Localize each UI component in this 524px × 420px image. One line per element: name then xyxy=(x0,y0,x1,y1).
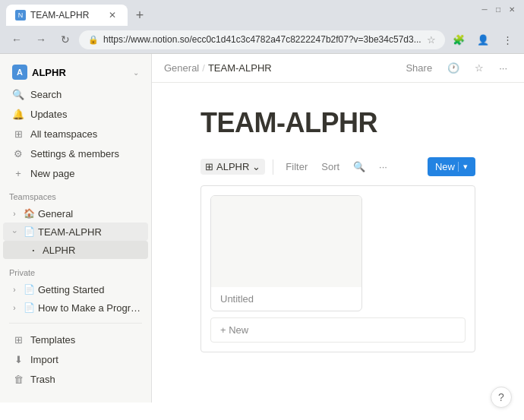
window-controls: ─ □ ✕ xyxy=(478,3,518,15)
workspace-name: ALPHR xyxy=(32,67,128,78)
main-content: General / TEAM-ALPHR Share 🕐 ☆ ··· TEAM-… xyxy=(152,54,524,403)
search-icon: 🔍 xyxy=(12,88,24,100)
sidebar-item-search[interactable]: 🔍 Search xyxy=(3,84,148,104)
sidebar-item-team-alphr[interactable]: › 📄 TEAM-ALPHR xyxy=(3,223,148,241)
tab-close-button[interactable]: ✕ xyxy=(106,9,118,21)
tab-favicon: N xyxy=(15,10,26,21)
getting-started-label: Getting Started xyxy=(38,284,142,295)
sidebar: A ALPHR ⌄ 🔍 Search 🔔 Updates ⊞ All teams… xyxy=(0,54,152,403)
team-alphr-icon: 📄 xyxy=(23,226,35,238)
settings-icon: ⚙ xyxy=(12,147,24,159)
close-button[interactable]: ✕ xyxy=(506,3,518,15)
teamspaces-icon: ⊞ xyxy=(12,128,24,140)
toolbar-separator xyxy=(273,159,273,175)
favorite-button[interactable]: ☆ xyxy=(470,60,488,76)
sidebar-item-trash[interactable]: 🗑 Trash xyxy=(3,369,148,389)
browser-menu-button[interactable]: ⋮ xyxy=(497,29,518,50)
active-tab[interactable]: N TEAM-ALPHR ✕ xyxy=(6,5,128,26)
gallery-container: Untitled + New xyxy=(200,185,475,352)
breadcrumb-separator: / xyxy=(202,62,205,74)
gallery-card[interactable]: Untitled xyxy=(210,195,362,311)
sort-button[interactable]: Sort xyxy=(317,159,344,175)
url-text: https://www.notion.so/ecc0c1d41c3c4782a4… xyxy=(103,34,422,45)
sidebar-item-updates-label: Updates xyxy=(30,109,67,120)
tree-chevron-icon: › xyxy=(9,210,20,218)
address-bar: ← → ↻ 🔒 https://www.notion.so/ecc0c1d41c… xyxy=(0,26,524,53)
how-to-make-label: How to Make a Progress ... xyxy=(38,302,142,314)
db-view-selector[interactable]: ⊞ ALPHR ⌄ xyxy=(200,159,265,175)
sidebar-item-how-to-make[interactable]: › 📄 How to Make a Progress ... xyxy=(3,298,148,317)
page-title: TEAM-ALPHR xyxy=(200,107,475,139)
general-icon: 🏠 xyxy=(23,207,35,219)
sidebar-item-alphr[interactable]: • ALPHR xyxy=(3,241,148,259)
sidebar-item-new-page-label: New page xyxy=(30,168,75,179)
history-button[interactable]: 🕐 xyxy=(443,60,464,76)
more-options-button[interactable]: ··· xyxy=(494,60,512,76)
teamspaces-section-label: Teamspaces xyxy=(0,183,151,204)
more-options-toolbar-button[interactable]: ··· xyxy=(374,159,392,175)
tab-bar: N TEAM-ALPHR ✕ + xyxy=(0,0,524,26)
maximize-button[interactable]: □ xyxy=(492,3,504,15)
new-tab-button[interactable]: + xyxy=(129,5,150,26)
import-icon: ⬇ xyxy=(12,353,24,365)
how-to-make-chevron: › xyxy=(9,304,20,312)
db-view-name: ALPHR xyxy=(216,161,249,172)
templates-label: Templates xyxy=(30,334,75,346)
updates-icon: 🔔 xyxy=(12,108,24,120)
app-container: A ALPHR ⌄ 🔍 Search 🔔 Updates ⊞ All teams… xyxy=(0,53,524,403)
breadcrumb: General / TEAM-ALPHR xyxy=(164,62,395,74)
trash-label: Trash xyxy=(30,374,55,385)
sidebar-item-updates[interactable]: 🔔 Updates xyxy=(3,104,148,124)
new-button-label: New xyxy=(435,161,455,172)
team-alphr-label: TEAM-ALPHR xyxy=(38,226,142,238)
how-to-make-icon: 📄 xyxy=(23,302,35,314)
db-grid-icon: ⊞ xyxy=(205,161,213,172)
lock-icon: 🔒 xyxy=(88,35,99,45)
url-bar[interactable]: 🔒 https://www.notion.so/ecc0c1d41c3c4782… xyxy=(79,30,445,49)
breadcrumb-parent[interactable]: General xyxy=(164,62,199,74)
new-button[interactable]: New ▾ xyxy=(428,157,475,176)
page-content: TEAM-ALPHR ⊞ ALPHR ⌄ Filter Sort 🔍 ··· xyxy=(152,83,524,403)
refresh-button[interactable]: ↻ xyxy=(55,29,76,50)
sidebar-item-settings-label: Settings & members xyxy=(30,148,119,159)
new-button-chevron-icon[interactable]: ▾ xyxy=(458,162,468,172)
browser-chrome: ─ □ ✕ N TEAM-ALPHR ✕ + ← → ↻ 🔒 https://w… xyxy=(0,0,524,53)
share-button[interactable]: Share xyxy=(401,60,437,76)
breadcrumb-current: TEAM-ALPHR xyxy=(208,62,272,74)
gallery-card-image xyxy=(211,196,361,287)
sidebar-item-general[interactable]: › 🏠 General xyxy=(3,204,148,223)
workspace-chevron-icon: ⌄ xyxy=(133,68,139,77)
sidebar-item-import[interactable]: ⬇ Import xyxy=(3,349,148,369)
gallery-card-label: Untitled xyxy=(220,293,254,305)
forward-button[interactable]: → xyxy=(30,29,52,50)
extensions-button[interactable]: 🧩 xyxy=(448,29,469,50)
top-bar-actions: Share 🕐 ☆ ··· xyxy=(401,60,512,76)
add-new-button[interactable]: + New xyxy=(210,317,466,343)
back-button[interactable]: ← xyxy=(6,29,27,50)
gallery-grid: Untitled xyxy=(210,195,466,311)
private-section-label: Private xyxy=(0,259,151,280)
sidebar-item-templates[interactable]: ⊞ Templates xyxy=(3,330,148,349)
trash-icon: 🗑 xyxy=(12,373,24,385)
sidebar-item-getting-started[interactable]: › 📄 Getting Started xyxy=(3,280,148,298)
new-page-icon: + xyxy=(12,167,24,179)
filter-button[interactable]: Filter xyxy=(281,159,312,175)
getting-started-chevron: › xyxy=(9,286,20,294)
minimize-button[interactable]: ─ xyxy=(478,3,491,15)
general-label: General xyxy=(38,208,142,219)
search-button[interactable]: 🔍 xyxy=(349,159,370,175)
sidebar-item-new-page[interactable]: + New page xyxy=(3,163,148,183)
sidebar-item-settings[interactable]: ⚙ Settings & members xyxy=(3,144,148,163)
import-label: Import xyxy=(30,354,58,365)
page-wrapper: ─ □ ✕ N TEAM-ALPHR ✕ + ← → ↻ 🔒 https://w… xyxy=(0,0,524,420)
database-toolbar: ⊞ ALPHR ⌄ Filter Sort 🔍 ··· New ▾ xyxy=(200,157,475,176)
workspace-avatar: A xyxy=(12,65,27,80)
star-icon[interactable]: ☆ xyxy=(427,34,436,46)
workspace-switcher[interactable]: A ALPHR ⌄ xyxy=(3,60,148,84)
top-bar: General / TEAM-ALPHR Share 🕐 ☆ ··· xyxy=(152,54,524,83)
help-button[interactable]: ? xyxy=(491,387,512,408)
sidebar-item-all-teamspaces[interactable]: ⊞ All teamspaces xyxy=(3,124,148,144)
templates-icon: ⊞ xyxy=(12,333,24,346)
alphr-dot-icon: • xyxy=(27,244,39,256)
profile-button[interactable]: 👤 xyxy=(472,29,494,50)
